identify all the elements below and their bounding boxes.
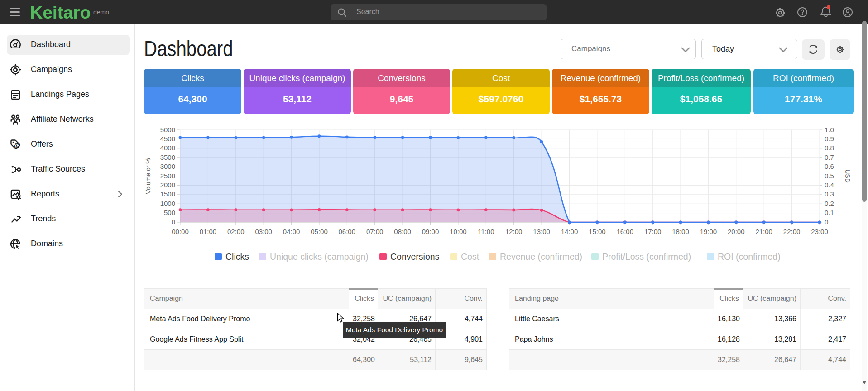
svg-text:05:00: 05:00 xyxy=(311,228,328,235)
svg-text:USD: USD xyxy=(844,169,851,183)
svg-text:11:00: 11:00 xyxy=(478,228,494,235)
svg-text:06:00: 06:00 xyxy=(339,228,356,235)
svg-text:4000: 4000 xyxy=(160,144,175,152)
svg-text:500: 500 xyxy=(164,209,175,216)
svg-text:3500: 3500 xyxy=(160,153,175,161)
svg-text:04:00: 04:00 xyxy=(283,228,300,235)
svg-text:21:00: 21:00 xyxy=(755,228,772,235)
svg-text:00:00: 00:00 xyxy=(172,228,189,235)
svg-text:13:00: 13:00 xyxy=(533,228,550,235)
svg-text:01:00: 01:00 xyxy=(200,228,217,235)
svg-text:1.0: 1.0 xyxy=(825,126,834,134)
svg-text:2500: 2500 xyxy=(160,172,175,180)
svg-text:5000: 5000 xyxy=(160,126,175,134)
svg-text:0.7: 0.7 xyxy=(825,153,834,161)
svg-text:0.8: 0.8 xyxy=(825,144,834,152)
svg-text:22:00: 22:00 xyxy=(783,228,801,235)
svg-text:4500: 4500 xyxy=(160,135,175,143)
svg-text:17:00: 17:00 xyxy=(644,228,662,235)
svg-text:20:00: 20:00 xyxy=(728,228,745,235)
svg-text:0.9: 0.9 xyxy=(825,135,834,143)
svg-text:0.2: 0.2 xyxy=(825,200,834,207)
svg-text:0: 0 xyxy=(172,218,175,226)
svg-text:03:00: 03:00 xyxy=(255,228,272,235)
svg-text:02:00: 02:00 xyxy=(227,228,245,235)
svg-text:19:00: 19:00 xyxy=(700,228,717,235)
svg-text:10:00: 10:00 xyxy=(450,228,467,235)
svg-text:18:00: 18:00 xyxy=(672,228,689,235)
svg-text:1000: 1000 xyxy=(160,200,175,207)
svg-text:14:00: 14:00 xyxy=(561,228,578,235)
svg-text:Volume or %: Volume or % xyxy=(144,158,152,194)
svg-text:0.5: 0.5 xyxy=(825,172,834,180)
svg-text:07:00: 07:00 xyxy=(366,228,384,235)
svg-text:08:00: 08:00 xyxy=(394,228,411,235)
svg-text:3000: 3000 xyxy=(160,162,175,170)
svg-text:1500: 1500 xyxy=(160,190,175,198)
svg-text:0.1: 0.1 xyxy=(825,209,834,216)
svg-text:0.6: 0.6 xyxy=(825,162,834,170)
svg-text:0.4: 0.4 xyxy=(825,181,834,189)
svg-text:15:00: 15:00 xyxy=(589,228,606,235)
svg-text:12:00: 12:00 xyxy=(505,228,523,235)
svg-text:23:00: 23:00 xyxy=(811,228,828,235)
svg-text:09:00: 09:00 xyxy=(422,228,439,235)
svg-text:0.3: 0.3 xyxy=(825,190,834,198)
svg-text:0: 0 xyxy=(825,218,828,226)
svg-text:16:00: 16:00 xyxy=(617,228,634,235)
svg-text:2000: 2000 xyxy=(160,181,175,189)
